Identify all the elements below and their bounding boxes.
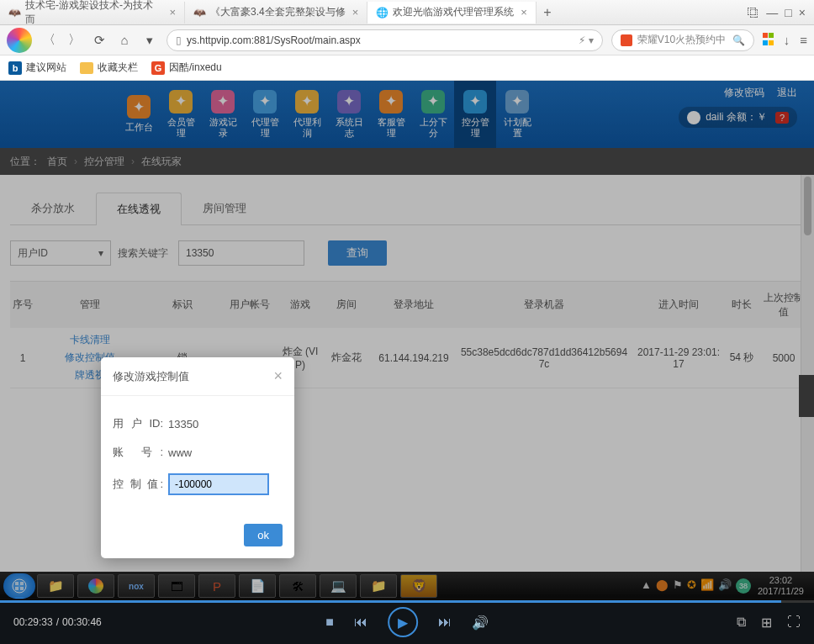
bookmark-label: 收藏夹栏 bbox=[98, 61, 138, 75]
video-progress-bar[interactable] bbox=[0, 600, 814, 603]
bookmark-item[interactable]: 收藏夹栏 bbox=[80, 61, 138, 75]
cell-time: 2017-11-29 23:01:17 bbox=[632, 343, 725, 373]
nav-item[interactable]: ✦上分下 分 bbox=[412, 81, 454, 148]
link-clear-line[interactable]: 卡线清理 bbox=[38, 331, 142, 349]
nav-item[interactable]: ✦计划配 置 bbox=[496, 81, 538, 148]
tab-kill-release[interactable]: 杀分放水 bbox=[10, 192, 96, 224]
tray-icon[interactable]: 📶 bbox=[700, 578, 714, 594]
play-button[interactable]: ▶ bbox=[388, 607, 418, 637]
address-text: ys.httpvip.com:881/SysRoot/main.aspx bbox=[187, 34, 361, 46]
breadcrumb-link[interactable]: 首页 bbox=[47, 155, 67, 169]
tab-online-view[interactable]: 在线透视 bbox=[96, 193, 182, 225]
browser-logo-icon[interactable] bbox=[7, 28, 32, 53]
tray-icon[interactable]: ▲ bbox=[641, 578, 652, 594]
modal-account-label: 账 号: bbox=[113, 445, 163, 460]
nav-item[interactable]: ✦代理利 润 bbox=[286, 81, 328, 148]
next-button[interactable]: ⏭ bbox=[438, 615, 452, 630]
video-controls: 00:29:33 / 00:30:46 ■ ⏮ ▶ ⏭ 🔊 ⧉ ⊞ ⛶ bbox=[0, 600, 814, 644]
cell-ip: 61.144.194.219 bbox=[372, 349, 456, 367]
chevron-down-icon: ▾ bbox=[98, 247, 103, 259]
tray-icon[interactable]: ⚑ bbox=[673, 578, 683, 594]
task-item[interactable]: 🦁 bbox=[400, 574, 437, 598]
tray-icon[interactable]: ✪ bbox=[687, 578, 696, 594]
new-tab-button[interactable]: + bbox=[536, 5, 558, 20]
reload-button[interactable]: ⟳ bbox=[91, 32, 108, 49]
search-icon[interactable]: 🔍 bbox=[732, 34, 745, 46]
ok-button[interactable]: ok bbox=[244, 524, 283, 546]
volume-button[interactable]: 🔊 bbox=[472, 615, 489, 631]
tray-clock[interactable]: 23:02 2017/11/29 bbox=[758, 575, 804, 597]
stop-button[interactable]: ■ bbox=[325, 615, 334, 630]
window-close-icon[interactable]: × bbox=[799, 6, 806, 19]
task-item[interactable]: P bbox=[198, 574, 235, 598]
forward-button[interactable]: 〉 bbox=[66, 32, 82, 49]
nav-icon: ✦ bbox=[421, 90, 445, 113]
change-password-link[interactable]: 修改密码 bbox=[724, 87, 764, 98]
browser-tab[interactable]: 🦇 《大富豪3.4全套完整架设与修 × bbox=[185, 2, 367, 24]
address-bar[interactable]: ▯ ys.httpvip.com:881/SysRoot/main.aspx ⚡… bbox=[166, 29, 603, 51]
nav-item[interactable]: ✦会员管 理 bbox=[160, 81, 202, 148]
nav-item[interactable]: ✦系统日 志 bbox=[328, 81, 370, 148]
maximize-icon[interactable]: □ bbox=[785, 6, 791, 19]
tray-icon[interactable]: ⬤ bbox=[656, 578, 669, 594]
browser-search-box[interactable]: 荣耀V10火热预约中 🔍 bbox=[611, 29, 754, 51]
menu-icon[interactable]: ≡ bbox=[800, 33, 807, 47]
system-tray: ▲ ⬤ ⚑ ✪ 📶 🔊 38 23:02 2017/11/29 bbox=[634, 575, 811, 597]
capture-icon[interactable]: ⧉ bbox=[737, 615, 746, 631]
inxedu-icon: G bbox=[151, 61, 165, 75]
task-item[interactable]: nox bbox=[118, 574, 155, 598]
nav-item[interactable]: ✦客服管 理 bbox=[370, 81, 412, 148]
browser-tab-active[interactable]: 🌐 欢迎光临游戏代理管理系统 × bbox=[367, 2, 536, 24]
nav-item[interactable]: ✦工作台 bbox=[118, 81, 160, 148]
filter-field-select[interactable]: 用户ID ▾ bbox=[10, 240, 111, 266]
task-item[interactable]: 🗔 bbox=[158, 574, 195, 598]
breadcrumb-link[interactable]: 控分管理 bbox=[84, 155, 124, 169]
task-item[interactable]: 💻 bbox=[320, 574, 357, 598]
nav-label: 控分管 理 bbox=[462, 117, 489, 139]
nav-item[interactable]: ✦控分管 理 bbox=[454, 81, 496, 148]
nav-item[interactable]: ✦代理管 理 bbox=[244, 81, 286, 148]
nav-item[interactable]: ✦游戏记 录 bbox=[202, 81, 244, 148]
prev-button[interactable]: ⏮ bbox=[354, 615, 367, 630]
home-button[interactable]: ⌂ bbox=[116, 32, 133, 49]
bookmark-item[interactable]: b 建议网站 bbox=[8, 61, 66, 75]
fullscreen-icon[interactable]: ⛶ bbox=[787, 615, 801, 631]
close-icon[interactable]: × bbox=[521, 6, 527, 18]
task-item[interactable]: 📁 bbox=[37, 574, 74, 598]
video-sep: / bbox=[56, 616, 59, 628]
tray-icon[interactable]: 🔊 bbox=[718, 578, 732, 594]
cell-duration: 54 秒 bbox=[725, 347, 758, 368]
windows-taskbar: 📁 nox 🗔 P 📄 🛠 💻 📁 🦁 ▲ ⬤ ⚑ ✪ 📶 🔊 38 23:02… bbox=[0, 572, 814, 600]
back-button[interactable]: 〈 bbox=[40, 32, 57, 49]
tray-badge[interactable]: 38 bbox=[736, 578, 751, 594]
task-item[interactable]: 🛠 bbox=[279, 574, 316, 598]
user-balance-chip[interactable]: daili 余额：￥ ? bbox=[679, 107, 797, 128]
bookmark-item[interactable]: G 因酷/inxedu bbox=[151, 61, 222, 75]
start-button[interactable] bbox=[3, 573, 35, 599]
task-item[interactable]: 📄 bbox=[239, 574, 276, 598]
flash-icon[interactable]: ⚡︎ ▾ bbox=[579, 34, 593, 46]
minimize-icon[interactable]: — bbox=[766, 6, 778, 19]
tab-room-manage[interactable]: 房间管理 bbox=[182, 192, 267, 224]
restore-icon[interactable]: ⿻ bbox=[748, 6, 759, 19]
browser-tab[interactable]: 🦇 技术宅-游戏架设技术-为技术而 × bbox=[0, 2, 185, 24]
side-handle[interactable] bbox=[799, 375, 814, 417]
download-icon[interactable]: ↓ bbox=[784, 33, 790, 47]
close-icon[interactable]: × bbox=[352, 6, 359, 18]
control-value-input[interactable] bbox=[168, 473, 269, 495]
svg-point-0 bbox=[13, 579, 26, 593]
subtitle-icon[interactable]: ⊞ bbox=[761, 615, 772, 631]
chevron-down-icon[interactable]: ▾ bbox=[141, 32, 158, 49]
nav-icon: ✦ bbox=[211, 90, 235, 113]
user-balance-label: daili 余额：￥ bbox=[706, 110, 767, 124]
cell-index: 1 bbox=[10, 349, 35, 367]
apps-icon[interactable] bbox=[763, 33, 774, 47]
query-button[interactable]: 查询 bbox=[328, 240, 387, 266]
task-item[interactable]: 📁 bbox=[360, 574, 397, 598]
task-item[interactable] bbox=[77, 574, 114, 598]
close-icon[interactable]: × bbox=[273, 367, 283, 385]
close-icon[interactable]: × bbox=[169, 6, 176, 18]
logout-link[interactable]: 退出 bbox=[777, 87, 797, 98]
nav-label: 工作台 bbox=[125, 122, 153, 133]
keyword-input[interactable] bbox=[178, 240, 304, 266]
